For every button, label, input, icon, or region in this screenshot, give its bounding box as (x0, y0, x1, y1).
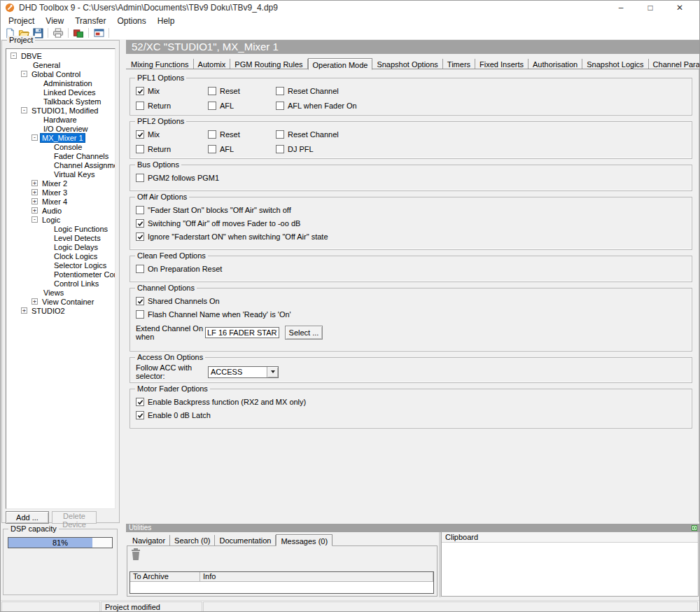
checkbox-afl[interactable]: AFL (208, 101, 276, 111)
tree-item-virtual-keys[interactable]: Virtual Keys (6, 169, 115, 179)
tree-item-studio2[interactable]: +STUDIO2 (6, 306, 115, 315)
checkbox-shared-channels-on[interactable]: Shared Channels On (136, 296, 686, 306)
tree-item-selector-logics[interactable]: Selector Logics (6, 260, 115, 270)
tree-item-i-o-overview[interactable]: I/O Overview (6, 124, 115, 133)
select-button[interactable]: Select ... (285, 326, 323, 340)
tab-authorisation[interactable]: Authorisation (528, 59, 582, 69)
column-to-archive[interactable]: To Archive (130, 572, 200, 581)
checkbox-on-preparation-reset[interactable]: On Preparation Reset (136, 264, 686, 274)
expand-icon[interactable]: + (31, 198, 38, 204)
expand-icon[interactable]: + (31, 180, 38, 186)
collapse-icon[interactable]: - (31, 134, 38, 141)
combo-dropdown-button[interactable] (267, 367, 278, 377)
follow-acc-select[interactable]: ACCESS (208, 366, 279, 378)
tree-item-label: View Container (41, 298, 95, 306)
expand-icon[interactable]: + (31, 207, 38, 214)
tree-item-dbve[interactable]: -DBVE (6, 51, 115, 60)
menu-transfer[interactable]: Transfer (69, 16, 111, 26)
tab-channel-parameter-defaults[interactable]: Channel Parameter Defaults (649, 59, 700, 69)
archive-trash-icon[interactable] (130, 548, 141, 562)
checkbox-return[interactable]: Return (136, 101, 208, 111)
print-icon[interactable] (51, 27, 65, 39)
tab-automix[interactable]: Automix (194, 59, 231, 69)
tree-item-channel-assignment[interactable]: Channel Assignment (6, 160, 115, 169)
tree-item-general[interactable]: General (6, 60, 115, 69)
tree-item-mixer-3[interactable]: +Mixer 3 (6, 188, 115, 197)
checkbox-switching-off-air-off-moves-fader-to-oo-db[interactable]: Switching "Off Air" off moves Fader to -… (136, 218, 686, 228)
panel-restore-icon[interactable] (692, 525, 697, 531)
collapse-icon[interactable]: - (21, 71, 27, 77)
tree-item-talkback-system[interactable]: Talkback System (6, 97, 115, 106)
tree-item-administration[interactable]: Administration (6, 78, 115, 88)
tree-item-views[interactable]: Views (6, 288, 115, 297)
menu-view[interactable]: View (40, 16, 69, 26)
add-device-button[interactable]: Add ... (6, 511, 49, 524)
tree-item-logic[interactable]: -Logic (6, 215, 115, 224)
menu-project[interactable]: Project (3, 16, 40, 26)
checkbox-reset-channel[interactable]: Reset Channel (276, 86, 686, 96)
tab-snapshot-options[interactable]: Snapshot Options (372, 59, 442, 69)
expand-icon[interactable]: + (31, 189, 38, 195)
tab-operation-mode[interactable]: Operation Mode (308, 58, 373, 70)
project-panel: Project -DBVEGeneral-Global ControlAdmin… (1, 40, 120, 523)
checkbox-mix[interactable]: Mix (136, 130, 208, 139)
tree-item-global-control[interactable]: -Global Control (6, 69, 115, 78)
tree-item-fader-channels[interactable]: Fader Channels (6, 151, 115, 160)
tree-item-control-links[interactable]: Control Links (6, 279, 115, 288)
tree-item-potentiometer-control[interactable]: Potentiometer Control (6, 270, 115, 279)
checkbox-afl-when-fader-on[interactable]: AFL when Fader On (276, 101, 686, 111)
expand-icon[interactable]: + (31, 298, 38, 305)
tree-item-logic-functions[interactable]: Logic Functions (6, 224, 115, 233)
checkbox-enable-0-db-latch[interactable]: Enable 0 dB Latch (136, 410, 686, 420)
tree-item-mx-mixer-1[interactable]: -MX_Mixer 1 (6, 133, 115, 142)
maximize-icon[interactable]: □ (636, 0, 665, 15)
tree-item-audio[interactable]: +Audio (6, 206, 115, 215)
checkbox-reset[interactable]: Reset (208, 86, 276, 96)
tree-item-hardware[interactable]: Hardware (6, 115, 115, 124)
checkbox-reset[interactable]: Reset (208, 130, 276, 139)
collapse-icon[interactable]: - (10, 53, 17, 59)
utility-tab-messages-0[interactable]: Messages (0) (276, 534, 332, 546)
tab-snapshot-logics[interactable]: Snapshot Logics (582, 59, 648, 69)
tree-item-clock-logics[interactable]: Clock Logics (6, 251, 115, 260)
checkbox-enable-backpress-function-rx2-and-mx-only[interactable]: Enable Backpress function (RX2 and MX on… (136, 397, 686, 407)
tree-item-view-container[interactable]: +View Container (6, 297, 115, 306)
tab-timers[interactable]: Timers (443, 59, 475, 69)
tree-item-level-detects[interactable]: Level Detects (6, 233, 115, 242)
utility-tab-documentation[interactable]: Documentation (215, 535, 276, 545)
checkbox-mix[interactable]: Mix (136, 86, 208, 96)
checkbox-flash-channel-name-when-ready-is-on[interactable]: Flash Channel Name when 'Ready' is 'On' (136, 310, 686, 319)
checkbox-ignore-faderstart-on-when-switching-off-air-state[interactable]: Ignore "Faderstart ON" when switching "O… (136, 232, 686, 242)
tree-item-linked-devices[interactable]: Linked Devices (6, 88, 115, 97)
tab-fixed-inserts[interactable]: Fixed Inserts (475, 59, 528, 69)
project-panel-title: Project (7, 36, 35, 44)
checkbox-afl[interactable]: AFL (208, 144, 276, 154)
tree-item-label: Audio (41, 207, 63, 215)
tree-item-studio1-modified[interactable]: -STUDIO1, Modified (6, 106, 115, 115)
checkbox-reset-channel[interactable]: Reset Channel (276, 130, 686, 139)
checkbox-return[interactable]: Return (136, 144, 208, 154)
tree-item-console[interactable]: Console (6, 142, 115, 151)
transfer-icon[interactable] (71, 27, 85, 39)
close-icon[interactable]: ✕ (665, 0, 694, 15)
monitor-icon[interactable] (92, 27, 106, 39)
utility-tab-search-0[interactable]: Search (0) (170, 535, 215, 545)
checkbox-dj-pfl[interactable]: DJ PFL (276, 144, 686, 154)
collapse-icon[interactable]: - (21, 107, 27, 113)
checkbox-pgm2-follows-pgm1[interactable]: PGM2 follows PGM1 (136, 173, 686, 183)
tree-item-mixer-4[interactable]: +Mixer 4 (6, 197, 115, 206)
expand-icon[interactable]: + (21, 307, 27, 314)
tree-item-label: Linked Devices (42, 88, 97, 97)
tree-item-logic-delays[interactable]: Logic Delays (6, 242, 115, 251)
utility-tab-navigator[interactable]: Navigator (128, 535, 170, 545)
tab-mixing-functions[interactable]: Mixing Functions (127, 59, 194, 69)
menu-options[interactable]: Options (111, 16, 151, 26)
menu-help[interactable]: Help (152, 16, 181, 26)
checkbox-fader-start-on-blocks-off-air-switch-off[interactable]: "Fader Start On" blocks "Off Air" switch… (136, 205, 686, 215)
minimize-icon[interactable]: – (606, 0, 636, 15)
extend-channel-input[interactable] (205, 327, 279, 338)
collapse-icon[interactable]: - (31, 216, 38, 223)
tree-item-mixer-2[interactable]: +Mixer 2 (6, 179, 115, 188)
column-info[interactable]: Info (200, 572, 433, 581)
tab-pgm-routing-rules[interactable]: PGM Routing Rules (230, 59, 307, 69)
